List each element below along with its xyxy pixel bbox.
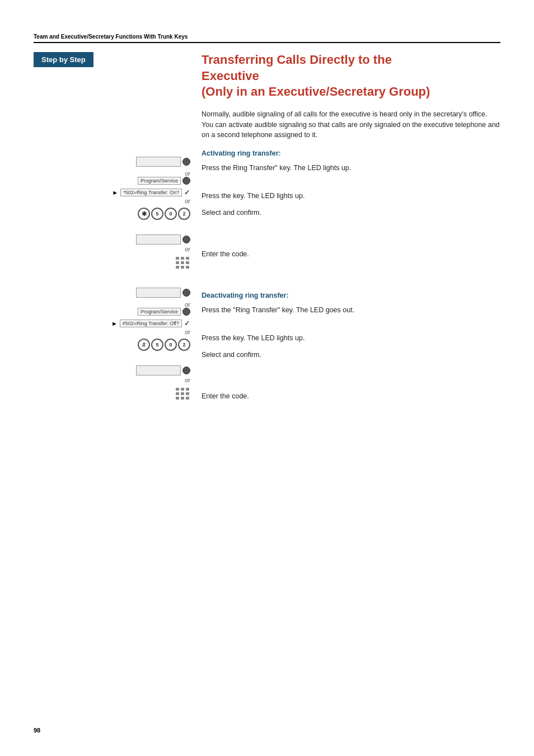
deact-ps-row: Program/Service (34, 308, 190, 316)
act-code-2: 2 (178, 208, 190, 220)
act-or1: or (34, 170, 190, 177)
deact-ps-led (182, 308, 190, 316)
act-code-group: ✱ 5 0 2 (34, 208, 190, 220)
act-code-star: ✱ (138, 208, 150, 220)
deact-or3: or (34, 377, 190, 383)
left-steps-container: or Program/Service ► *502=Ring Transfer:… (34, 67, 190, 404)
act-ps-group: Program/Service (34, 177, 190, 185)
deact-checkmark: ✓ (184, 319, 190, 327)
act-ps-led (182, 177, 190, 185)
act-key-rect2 (136, 234, 181, 245)
act-menu-box: *502=Ring Transfer: On? (120, 189, 182, 196)
svg-rect-9 (176, 388, 179, 391)
svg-rect-2 (186, 257, 189, 260)
deact-code-2: 2 (178, 339, 190, 351)
svg-rect-10 (181, 388, 184, 391)
svg-rect-3 (176, 261, 179, 264)
svg-rect-6 (176, 266, 179, 269)
act-spacer (34, 223, 190, 234)
deact-code-hash: # (138, 339, 150, 351)
act-or3: or (34, 246, 190, 252)
deact-step-ps: Press the key. The LED lights up. (202, 333, 500, 349)
left-panel: Step by Step or Program/Service (34, 52, 190, 428)
svg-rect-11 (186, 388, 189, 391)
act-trunk-key-visual2 (34, 234, 190, 245)
section-header: Team and Executive/Secretary Functions W… (34, 34, 500, 43)
svg-rect-16 (181, 397, 184, 400)
deact-led-circle (182, 289, 190, 297)
act-step-menu-text: Select and confirm. (202, 208, 500, 218)
deact-arrow: ► (111, 320, 118, 327)
svg-rect-15 (176, 397, 179, 400)
act-led-circle2 (182, 236, 190, 243)
deact-step-menu-text: Select and confirm. (202, 350, 500, 360)
act-ps-label: Program/Service (138, 177, 181, 185)
right-panel: Transferring Calls Directly to the Execu… (190, 52, 500, 428)
deact-step-trunk: Enter the code. (202, 391, 500, 407)
act-keypad-icon (175, 256, 190, 271)
svg-rect-13 (181, 392, 184, 395)
act-keypad-group (34, 256, 190, 273)
deact-code-5: 5 (151, 339, 163, 351)
svg-rect-8 (186, 266, 189, 269)
deact-trunk-key-visual (34, 288, 190, 298)
act-ps-row: Program/Service (34, 177, 190, 185)
svg-rect-14 (186, 392, 189, 395)
deact-menu-box: #502=Ring Transfer: Off? (120, 320, 182, 327)
svg-rect-4 (181, 261, 184, 264)
deact-key-rect (136, 288, 181, 298)
main-content: Step by Step or Program/Service (34, 52, 500, 428)
deact-code-icons: # 5 0 2 (34, 339, 190, 351)
deact-keypad-group (34, 387, 190, 404)
svg-rect-1 (181, 257, 184, 260)
deact-keypad-icon (175, 387, 190, 402)
svg-rect-17 (186, 397, 189, 400)
title-line3: (Only in an Executive/Secretary Group) (202, 84, 430, 98)
deact-step-menu: Select and confirm. (202, 350, 500, 365)
act-step-ps-text: Press the key. The LED lights up. (202, 191, 500, 201)
act-step-1: Press the Ring Transfer" key. The LED li… (202, 163, 500, 179)
act-key-rect (136, 157, 181, 167)
act-step-keypad (202, 267, 500, 283)
deactivating-title: Deactivating ring transfer: (202, 292, 500, 299)
act-menu-group: ► *502=Ring Transfer: On? ✓ or (34, 188, 190, 204)
act-trunk-key-visual (34, 157, 190, 167)
title-line2: Executive (202, 69, 259, 83)
deact-led-circle2 (182, 367, 190, 374)
deact-step-code (202, 367, 500, 382)
act-led-circle (182, 158, 190, 166)
deact-ps-group: Program/Service (34, 308, 190, 316)
main-title: Transferring Calls Directly to the Execu… (202, 52, 500, 100)
activating-title: Activating ring transfer: (202, 149, 500, 157)
deact-code-0: 0 (165, 339, 177, 351)
svg-rect-7 (181, 266, 184, 269)
deact-code-group: # 5 0 2 (34, 339, 190, 351)
act-step-menu: Select and confirm. (202, 208, 500, 223)
act-step-1-text: Press the Ring Transfer" key. The LED li… (202, 163, 500, 173)
act-checkmark: ✓ (184, 188, 190, 196)
svg-rect-12 (176, 392, 179, 395)
deact-or1: or (34, 301, 190, 308)
act-or2: or (34, 198, 190, 204)
act-trunk-key-group (34, 157, 190, 167)
act-trunk-key-group2: or (34, 234, 190, 252)
deact-menu-group: ► #502=Ring Transfer: Off? ✓ or (34, 319, 190, 335)
act-code-0: 0 (165, 208, 177, 220)
deact-trunk-key-group (34, 288, 190, 298)
act-code-icons: ✱ 5 0 2 (34, 208, 190, 220)
act-step-ps: Press the key. The LED lights up. (202, 191, 500, 206)
act-step-trunk: Enter the code. (202, 249, 500, 265)
act-arrow: ► (112, 189, 118, 196)
page-number: 98 (34, 727, 40, 734)
deact-step-1-text: Press the "Ring Transfer" key. The LED g… (202, 305, 500, 316)
title-line1: Transferring Calls Directly to the (202, 53, 392, 67)
svg-rect-0 (176, 257, 179, 260)
deact-menu-row: ► #502=Ring Transfer: Off? ✓ (34, 319, 190, 327)
description-text: Normally, audible signaling of all calls… (202, 109, 500, 140)
deact-key-rect2 (136, 365, 181, 375)
deact-spacer-top (34, 276, 190, 288)
deact-or2: or (34, 328, 190, 335)
act-code-5: 5 (151, 208, 163, 220)
deact-step-trunk-text: Enter the code. (202, 391, 500, 402)
deact-spacer (34, 354, 190, 365)
